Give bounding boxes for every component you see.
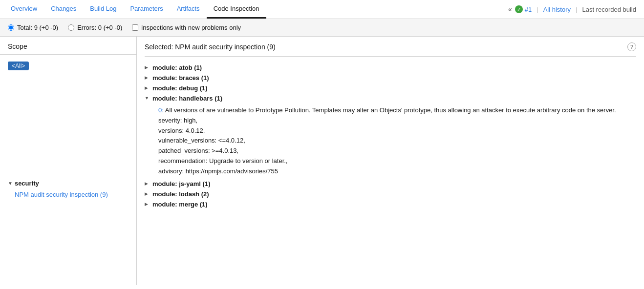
errors-radio[interactable] xyxy=(68,24,74,31)
scope-all-button[interactable]: <All> xyxy=(8,62,29,70)
versions-field: versions: 4.0.12, xyxy=(158,126,636,136)
total-radio[interactable] xyxy=(8,24,14,31)
module-label: module: js-yaml (1) xyxy=(152,180,210,187)
help-icon[interactable]: ? xyxy=(627,42,636,51)
filter-bar: Total: 9 (+0 -0) Errors: 0 (+0 -0) inspe… xyxy=(0,19,644,37)
build-status-icon: ✓ xyxy=(515,5,523,13)
build-badge: ✓ #1 xyxy=(515,5,532,13)
new-problems-checkbox[interactable] xyxy=(132,24,138,31)
right-panel-header: Selected: NPM audit security inspection … xyxy=(145,42,636,57)
collapse-icon[interactable]: ▼ xyxy=(145,96,150,101)
detail-block: 0: All versions of are vulnerable to Pro… xyxy=(145,103,636,179)
separator-2: | xyxy=(576,6,577,13)
tree-item: ▶ module: lodash (2) xyxy=(145,189,636,199)
scope-section-header[interactable]: ▼ security xyxy=(8,180,129,187)
vulnerable-versions-field: vulnerable_versions: <=4.0.12, xyxy=(158,136,636,146)
tree-item: ▶ module: debug (1) xyxy=(145,83,636,93)
module-label: module: braces (1) xyxy=(152,74,209,82)
tab-list: Overview Changes Build Log Parameters Ar… xyxy=(4,0,508,19)
main-content: Scope <All> ▼ security NPM audit securit… xyxy=(0,37,644,285)
tree-item: ▶ module: braces (1) xyxy=(145,73,636,83)
expand-icon[interactable]: ▶ xyxy=(145,191,150,196)
tree-item: ▶ module: atob (1) xyxy=(145,62,636,73)
new-problems-label: inspections with new problems only xyxy=(141,24,241,31)
expand-icon[interactable]: ▶ xyxy=(145,85,150,90)
recommendation-field: recommendation: Upgrade to version or la… xyxy=(158,156,636,166)
tab-overview[interactable]: Overview xyxy=(4,0,44,19)
scope-section-label: security xyxy=(15,180,39,187)
module-label: module: lodash (2) xyxy=(152,190,209,198)
separator-1: | xyxy=(537,6,538,13)
last-recorded-build: Last recorded build xyxy=(582,6,636,13)
scope-panel: Scope <All> ▼ security NPM audit securit… xyxy=(0,37,137,285)
vuln-id: 0: xyxy=(158,106,164,114)
advisory-field: advisory: https://npmjs.com/advisories/7… xyxy=(158,166,636,177)
all-history-link[interactable]: All history xyxy=(543,6,571,13)
tree-item-handlebars: ▼ module: handlebars (1) xyxy=(145,93,636,103)
expand-icon[interactable]: ▶ xyxy=(145,75,150,80)
tab-bar: Overview Changes Build Log Parameters Ar… xyxy=(0,0,644,19)
errors-radio-option[interactable]: Errors: 0 (+0 -0) xyxy=(68,24,122,31)
prev-arrow-icon[interactable]: « xyxy=(508,5,512,13)
right-panel-title: Selected: NPM audit security inspection … xyxy=(145,43,276,51)
expand-icon[interactable]: ▶ xyxy=(145,202,150,206)
tab-code-inspection[interactable]: Code Inspection xyxy=(207,0,266,19)
scope-title: Scope xyxy=(0,42,136,55)
tree-item: ▶ module: merge (1) xyxy=(145,199,636,209)
expand-icon[interactable]: ▶ xyxy=(145,181,150,186)
module-label: module: handlebars (1) xyxy=(152,95,222,102)
vuln-description: All versions of are vulnerable to Protot… xyxy=(165,106,616,114)
security-collapse-icon: ▼ xyxy=(8,181,13,186)
module-label: module: merge (1) xyxy=(152,201,208,208)
tab-changes[interactable]: Changes xyxy=(44,0,83,19)
module-label: module: atob (1) xyxy=(152,64,202,71)
tree-item: ▶ module: js-yaml (1) xyxy=(145,179,636,189)
new-problems-checkbox-option[interactable]: inspections with new problems only xyxy=(132,24,241,31)
tab-build-log[interactable]: Build Log xyxy=(83,0,123,19)
tab-parameters[interactable]: Parameters xyxy=(123,0,170,19)
tab-artifacts[interactable]: Artifacts xyxy=(170,0,207,19)
scope-section: ▼ security NPM audit security inspection… xyxy=(0,180,136,199)
total-label: Total: 9 (+0 -0) xyxy=(17,24,58,31)
patched-versions-field: patched_versions: >=4.0.13, xyxy=(158,146,636,156)
build-number[interactable]: #1 xyxy=(525,6,532,13)
expand-icon[interactable]: ▶ xyxy=(145,65,150,70)
right-panel: Selected: NPM audit security inspection … xyxy=(137,37,644,285)
npm-audit-scope-item[interactable]: NPM audit security inspection (9) xyxy=(8,190,129,199)
tab-bar-right: « ✓ #1 | All history | Last recorded bui… xyxy=(508,0,640,19)
module-label: module: debug (1) xyxy=(152,84,208,92)
errors-label: Errors: 0 (+0 -0) xyxy=(77,24,122,31)
nav-arrows: « xyxy=(508,5,512,13)
severity-field: severity: high, xyxy=(158,116,636,126)
total-radio-option[interactable]: Total: 9 (+0 -0) xyxy=(8,24,58,31)
